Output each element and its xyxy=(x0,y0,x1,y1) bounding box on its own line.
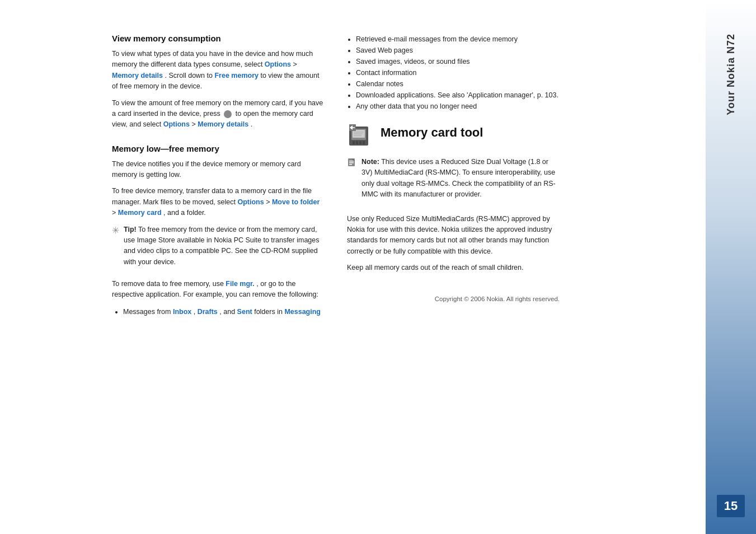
bullet-list-right: Retrieved e-mail messages from the devic… xyxy=(356,34,560,112)
copyright: Copyright © 2006 Nokia. All rights reser… xyxy=(347,296,560,302)
memory-low-para1: The device notifies you if the device me… xyxy=(112,159,325,181)
memory-card-para1: Use only Reduced Size MultiMediaCards (R… xyxy=(347,214,560,257)
memory-details-link-1[interactable]: Memory details xyxy=(112,72,163,79)
main-content: View memory consumption To view what typ… xyxy=(0,0,706,534)
view-memory-para2: To view the amount of free memory on the… xyxy=(112,98,325,130)
move-to-folder-link[interactable]: Move to folder xyxy=(272,198,320,206)
options-link-3[interactable]: Options xyxy=(237,198,264,206)
memory-card-icon xyxy=(347,123,373,149)
file-mgr-link[interactable]: File mgr. xyxy=(226,280,254,288)
svg-rect-4 xyxy=(359,141,361,144)
memory-card-header: Memory card tool xyxy=(347,123,560,149)
memory-card-para2: Keep all memory cards out of the reach o… xyxy=(347,263,560,273)
svg-rect-2 xyxy=(353,141,355,144)
svg-rect-16 xyxy=(349,164,352,165)
svg-rect-5 xyxy=(363,141,365,144)
svg-rect-3 xyxy=(356,141,358,144)
list-item: Retrieved e-mail messages from the devic… xyxy=(356,34,560,45)
note-icon xyxy=(347,158,357,170)
options-link-1[interactable]: Options xyxy=(265,60,291,68)
options-link-2[interactable]: Options xyxy=(163,120,190,128)
messaging-link[interactable]: Messaging xyxy=(284,308,321,316)
sidebar-title: Your Nokia N72 xyxy=(725,34,737,115)
list-item: Saved images, videos, or sound files xyxy=(356,56,560,67)
view-memory-heading: View memory consumption xyxy=(112,34,325,43)
list-item: Saved Web pages xyxy=(356,45,560,56)
tip-box: ✳ Tip! To free memory from the device or… xyxy=(112,224,325,274)
list-item: Contact information xyxy=(356,67,560,78)
list-item: Calendar notes xyxy=(356,78,560,90)
svg-rect-14 xyxy=(349,161,354,162)
memory-card-link[interactable]: Memory card xyxy=(118,209,162,217)
inbox-link[interactable]: Inbox xyxy=(173,308,191,316)
page-number: 15 xyxy=(717,495,745,517)
view-memory-section: View memory consumption To view what typ… xyxy=(112,34,325,130)
list-item: Any other data that you no longer need xyxy=(356,101,560,112)
left-column: View memory consumption To view what typ… xyxy=(112,34,325,512)
memory-card-tool-section: Memory card tool Note: xyxy=(347,123,560,273)
view-memory-para1: To view what types of data you have in t… xyxy=(112,49,325,92)
memory-card-tool-heading: Memory card tool xyxy=(381,125,483,140)
memory-low-para2: To free device memory, transfer data to … xyxy=(112,186,325,218)
right-column: Retrieved e-mail messages from the devic… xyxy=(347,34,560,512)
svg-rect-15 xyxy=(349,162,354,163)
memory-low-heading: Memory low—free memory xyxy=(112,144,325,153)
memory-low-section: Memory low—free memory The device notifi… xyxy=(112,144,325,317)
list-item: Downloaded applications. See also 'Appli… xyxy=(356,90,560,101)
memory-details-link-2[interactable]: Memory details xyxy=(198,120,248,128)
note-box: Note: This device uses a Reduced Size Du… xyxy=(347,157,560,206)
menu-icon xyxy=(224,110,232,118)
bullet-messaging: Messages from Inbox , Drafts , and Sent … xyxy=(123,306,325,317)
bullet-list-left: Messages from Inbox , Drafts , and Sent … xyxy=(123,306,325,317)
tip-icon: ✳ xyxy=(112,225,119,236)
sent-link[interactable]: Sent xyxy=(237,308,252,316)
free-memory-link[interactable]: Free memory xyxy=(214,72,259,79)
sidebar: Your Nokia N72 15 xyxy=(706,0,756,534)
memory-low-para3: To remove data to free memory, use File … xyxy=(112,279,325,301)
drafts-link[interactable]: Drafts xyxy=(198,308,218,316)
